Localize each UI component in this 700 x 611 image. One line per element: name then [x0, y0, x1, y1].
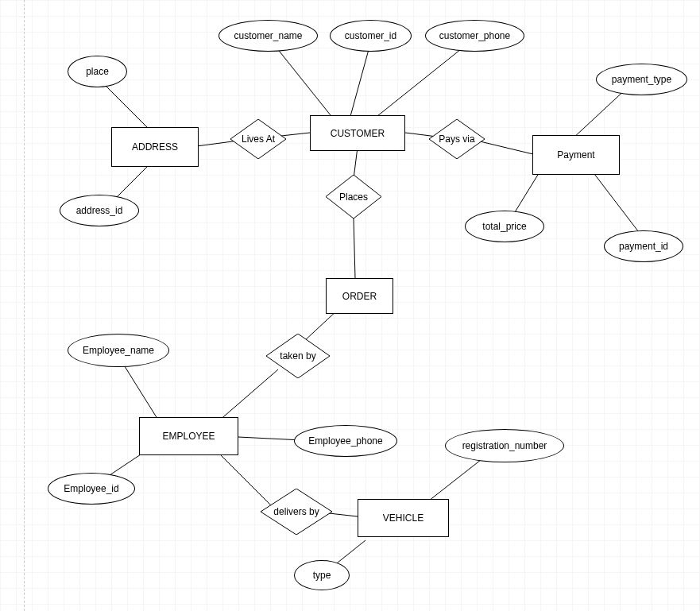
- rel-label: taken by: [280, 350, 315, 362]
- attr-employee-id: Employee_id: [48, 473, 135, 505]
- attr-label: address_id: [76, 205, 123, 216]
- attr-employee-name: Employee_name: [68, 334, 169, 367]
- rel-label: delivers by: [273, 506, 319, 517]
- rel-label: Pays via: [439, 133, 474, 145]
- attr-label: Employee_id: [64, 483, 118, 494]
- attr-label: place: [86, 66, 109, 77]
- rel-pays-via: Pays via: [429, 119, 485, 159]
- attr-label: registration_number: [462, 440, 547, 451]
- attr-payment-id: payment_id: [604, 230, 683, 262]
- rel-delivers-by: delivers by: [261, 489, 332, 535]
- attr-registration-number: registration_number: [445, 429, 564, 462]
- rel-label: Lives At: [242, 133, 275, 145]
- entity-label: CUSTOMER: [331, 128, 385, 139]
- attr-payment-type: payment_type: [596, 64, 687, 95]
- attr-address-id: address_id: [60, 195, 139, 226]
- attr-customer-name: customer_name: [219, 20, 318, 52]
- entity-label: VEHICLE: [383, 512, 423, 524]
- rel-taken-by: taken by: [266, 334, 330, 378]
- entity-label: ORDER: [342, 291, 377, 302]
- svg-line-8: [477, 141, 536, 155]
- svg-line-13: [354, 218, 355, 278]
- rel-label: Places: [339, 191, 368, 203]
- attr-label: Employee_phone: [308, 435, 382, 447]
- svg-line-2: [270, 40, 334, 119]
- attr-total-price: total_price: [465, 211, 544, 242]
- svg-line-9: [572, 87, 628, 139]
- attr-place: place: [68, 56, 127, 87]
- entity-employee: EMPLOYEE: [139, 417, 238, 455]
- attr-customer-phone: customer_phone: [425, 20, 524, 52]
- ruler-separator: [24, 0, 25, 611]
- attr-employee-phone: Employee_phone: [294, 425, 397, 457]
- entity-customer: CUSTOMER: [310, 115, 405, 151]
- entity-label: EMPLOYEE: [162, 431, 215, 442]
- svg-line-21: [429, 457, 485, 501]
- svg-line-10: [592, 171, 644, 238]
- rel-places: Places: [326, 175, 381, 218]
- attr-type: type: [294, 560, 350, 590]
- attr-label: type: [313, 570, 331, 581]
- entity-payment: Payment: [532, 135, 620, 175]
- svg-line-4: [373, 40, 473, 119]
- attr-label: payment_type: [612, 74, 671, 85]
- entity-address: ADDRESS: [111, 127, 199, 167]
- attr-label: customer_name: [234, 30, 302, 41]
- entity-vehicle: VEHICLE: [358, 499, 449, 537]
- entity-label: ADDRESS: [132, 141, 178, 153]
- entity-label: Payment: [557, 149, 594, 160]
- diagram-canvas[interactable]: place address_id customer_name customer_…: [0, 0, 700, 611]
- attr-label: customer_id: [345, 30, 396, 41]
- attr-label: total_price: [482, 221, 526, 232]
- attr-label: customer_phone: [439, 30, 510, 41]
- svg-line-12: [354, 147, 358, 179]
- attr-label: payment_id: [619, 241, 668, 252]
- svg-line-3: [350, 44, 370, 119]
- svg-line-16: [119, 358, 159, 421]
- rel-lives-at: Lives At: [230, 119, 286, 159]
- entity-order: ORDER: [326, 278, 393, 314]
- attr-label: Employee_name: [83, 345, 154, 356]
- attr-customer-id: customer_id: [330, 20, 412, 52]
